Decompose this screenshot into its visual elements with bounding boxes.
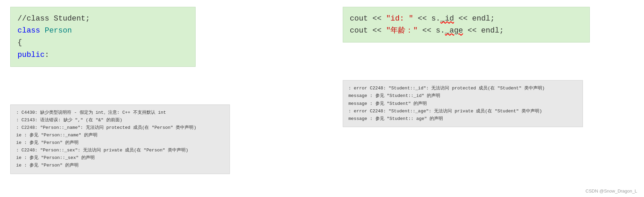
error-line-2: : C2143: 语法错误: 缺少 "," (在 "&" 的前面) <box>16 116 224 124</box>
right-code-box: cout << "id: " << s._id << endl; cout <<… <box>343 7 590 42</box>
age-var: _age <box>445 26 463 35</box>
error-line-7: ie : 参见 "Person::_sex" 的声明 <box>16 154 224 162</box>
left-code-box: //class Student; class Person { public: <box>10 7 196 67</box>
s-age-prefix: << s. <box>418 26 445 35</box>
error-line-1: : C4430: 缺少类型说明符 - 假定为 int。注意: C++ 不支持默认… <box>16 109 224 116</box>
code-line-3: { <box>17 37 188 49</box>
str-age: "年龄：" <box>386 26 418 35</box>
r-error-line-1: : error C2248: "Student::_id": 无法访问 prot… <box>349 85 577 92</box>
endl1: << endl; <box>454 14 495 23</box>
error-line-6: : C2248: "Person::_sex": 无法访问 private 成员… <box>16 147 224 154</box>
right-code-line-1: cout << "id: " << s._id << endl; <box>350 13 583 25</box>
class-name: Person <box>40 26 72 35</box>
colon: : <box>45 51 49 59</box>
right-error-box: : error C2248: "Student::_id": 无法访问 prot… <box>343 80 583 127</box>
error-line-4: ie : 参见 "Person::_name" 的声明 <box>16 132 224 139</box>
id-var: _id <box>441 14 454 23</box>
cout2: cout << <box>350 26 386 35</box>
main-container: //class Student; class Person { public: … <box>0 0 644 197</box>
brace-open: { <box>17 38 22 47</box>
r-error-line-4: : error C2248: "Student::_age": 无法访问 pri… <box>349 108 577 115</box>
code-line-4: public: <box>17 49 188 61</box>
comment-text: //class Student; <box>17 14 90 23</box>
r-error-line-3: message : 参见 "Student" 的声明 <box>349 100 577 108</box>
code-line-1: //class Student; <box>17 13 188 25</box>
error-line-8: ie : 参见 "Person" 的声明 <box>16 162 224 169</box>
right-code-line-2: cout << "年龄：" << s._age << endl; <box>350 25 583 37</box>
code-line-2: class Person <box>17 25 188 37</box>
cout1: cout << <box>350 14 386 23</box>
error-line-3: : C2248: "Person::_name": 无法访问 protected… <box>16 124 224 132</box>
error-line-5: ie : 参见 "Person" 的声明 <box>16 139 224 147</box>
class-keyword: class <box>17 26 40 35</box>
r-error-line-5: message : 参见 "Student:: age" 的声明 <box>349 115 577 123</box>
right-column: cout << "id: " << s._id << endl; cout <<… <box>322 0 644 197</box>
str-id: "id: " <box>386 14 413 23</box>
endl2: << endl; <box>463 26 504 35</box>
watermark: CSDN @Snow_Dragon_L <box>586 188 637 194</box>
left-column: //class Student; class Person { public: … <box>0 0 322 197</box>
r-error-line-2: message : 参见 "Student::_id" 的声明 <box>349 92 577 100</box>
public-keyword: public <box>17 51 45 59</box>
s-id-prefix: << s. <box>413 14 440 23</box>
left-error-box: : C4430: 缺少类型说明符 - 假定为 int。注意: C++ 不支持默认… <box>10 104 230 174</box>
